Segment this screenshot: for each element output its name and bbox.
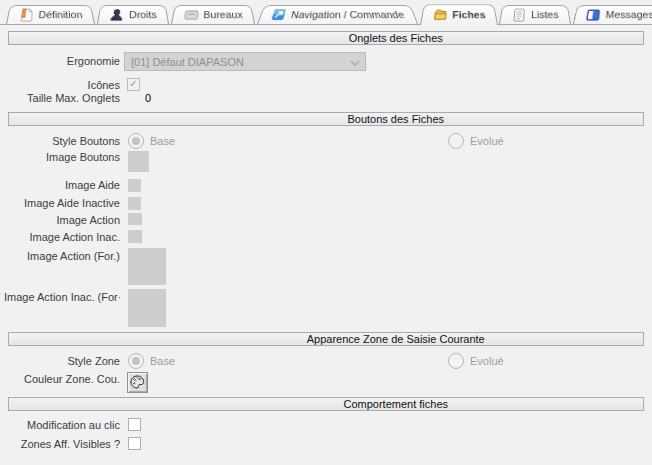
image-action-inac-label: Image Action Inac.	[4, 230, 120, 244]
zones-aff-visibles-label: Zones Aff. Visibles ?	[4, 437, 120, 451]
couleur-zone-label: Couleur Zone. Cou.	[4, 372, 120, 386]
ergonomie-label: Ergonomie	[4, 54, 120, 68]
tab-navigation-commande[interactable]: Navigation / Commande	[257, 5, 418, 24]
style-boutons-base-label: Base	[150, 134, 175, 148]
message-icon	[585, 8, 602, 23]
tab-label: Droits	[129, 9, 157, 20]
image-action-for-label: Image Action (For.)	[4, 249, 120, 263]
taille-max-onglets-value: 0	[145, 91, 151, 105]
image-action-inac-for-placeholder[interactable]	[128, 289, 166, 327]
image-boutons-placeholder[interactable]	[128, 151, 149, 172]
tab-label: Messages	[605, 9, 652, 20]
section-onglets-header: Onglets des Fiches	[8, 31, 644, 45]
style-boutons-evolue-label: Evolué	[470, 134, 504, 148]
image-aide-label: Image Aide	[4, 178, 120, 192]
section-title: Comportement fiches	[343, 398, 448, 410]
style-zone-evolue-label: Evolué	[470, 354, 504, 368]
image-action-label: Image Action	[4, 213, 120, 227]
image-boutons-label: Image Boutons	[4, 150, 120, 164]
image-aide-inactive-placeholder[interactable]	[128, 197, 141, 210]
radio-selected-dot	[132, 137, 140, 145]
tab-fiches[interactable]: Fiches	[420, 4, 498, 25]
tab-definition[interactable]: Définition	[6, 5, 95, 24]
image-aide-inactive-label: Image Aide Inactive	[4, 196, 120, 210]
image-action-inac-for-label: Image Action Inac. (For··	[4, 290, 120, 304]
tab-listes[interactable]: Listes	[499, 5, 571, 24]
section-boutons-header: Boutons des Fiches	[8, 112, 644, 126]
section-title: Apparence Zone de Saisie Courante	[307, 333, 485, 345]
tab-label: Listes	[532, 9, 560, 20]
image-action-inac-placeholder[interactable]	[128, 230, 142, 243]
drawer-icon	[182, 8, 199, 23]
tab-bar: Définition Droits Bureaux	[0, 0, 652, 25]
style-boutons-base-radio[interactable]	[128, 133, 144, 149]
list-icon	[511, 8, 527, 23]
section-title: Boutons des Fiches	[347, 113, 444, 125]
ergonomie-select[interactable]: [01] Défaut DIAPASON	[124, 52, 366, 71]
tab-label: Navigation / Commande	[289, 9, 405, 20]
tab-label: Fiches	[452, 9, 486, 20]
modification-au-clic-checkbox[interactable]	[128, 418, 141, 431]
style-zone-evolue-radio[interactable]	[448, 353, 464, 369]
image-action-for-placeholder[interactable]	[128, 248, 166, 285]
icones-label: Icônes	[4, 78, 120, 92]
zones-aff-visibles-checkbox[interactable]	[128, 437, 141, 450]
icones-checkbox[interactable]: ✓	[127, 78, 140, 91]
check-icon: ✓	[129, 79, 137, 89]
style-zone-base-label: Base	[150, 354, 175, 368]
style-boutons-evolue-radio[interactable]	[448, 133, 464, 149]
section-comportement-header: Comportement fiches	[8, 397, 644, 411]
navigation-icon	[268, 8, 288, 23]
tab-messages[interactable]: Messages	[573, 5, 652, 24]
tab-label: Définition	[38, 9, 83, 20]
tab-label: Bureaux	[203, 9, 243, 20]
folder-icon	[431, 8, 448, 22]
document-icon	[17, 8, 34, 23]
person-icon	[108, 8, 124, 23]
modification-au-clic-label: Modification au clic	[4, 418, 120, 432]
section-title: Onglets des Fiches	[349, 32, 443, 44]
chevron-down-icon	[350, 57, 360, 69]
tab-droits[interactable]: Droits	[97, 5, 169, 24]
preferences-window: Définition Droits Bureaux	[0, 0, 652, 465]
image-action-placeholder[interactable]	[128, 213, 142, 225]
ergonomie-selected-value: [01] Défaut DIAPASON	[131, 56, 244, 68]
palette-icon	[130, 375, 145, 391]
taille-max-onglets-label: Taille Max. Onglets	[4, 91, 120, 105]
style-zone-base-radio[interactable]	[128, 353, 144, 369]
image-aide-placeholder[interactable]	[128, 179, 141, 192]
section-apparence-header: Apparence Zone de Saisie Courante	[8, 332, 644, 346]
radio-selected-dot	[132, 357, 140, 365]
style-boutons-label: Style Boutons	[4, 134, 120, 148]
style-zone-label: Style Zone	[4, 354, 120, 368]
tab-bureaux[interactable]: Bureaux	[171, 5, 255, 24]
couleur-zone-picker-button[interactable]	[127, 372, 148, 393]
